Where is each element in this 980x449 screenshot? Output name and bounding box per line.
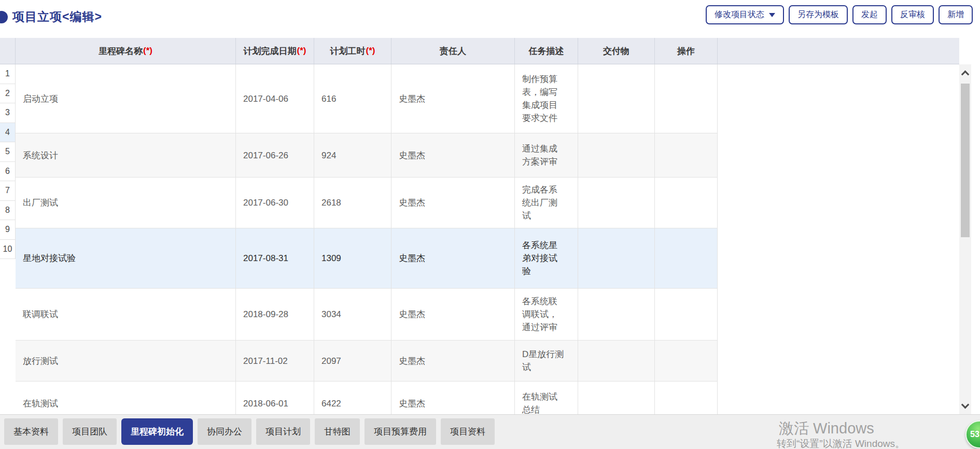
toolbar-button-label: 发起 — [861, 9, 878, 20]
cell-plan_hours[interactable]: 616 — [314, 64, 391, 133]
cell-owner[interactable]: 史墨杰 — [391, 228, 515, 288]
cell-text: 在轨测试总结 — [522, 390, 564, 414]
cell-operation[interactable] — [655, 341, 718, 381]
cell-text: 联调联试 — [23, 308, 58, 321]
row-number[interactable]: 9 — [0, 220, 15, 240]
row-number[interactable]: 1 — [0, 64, 15, 84]
row-number[interactable]: 4 — [0, 123, 15, 143]
cell-task_desc[interactable]: D星放行测试 — [515, 341, 578, 381]
tab-basic-info[interactable]: 基本资料 — [4, 418, 58, 445]
tab-label: 甘特图 — [324, 426, 351, 438]
cell-name[interactable]: 出厂测试 — [16, 178, 236, 228]
cell-plan_finish_date[interactable]: 2017-08-31 — [236, 228, 314, 288]
cell-deliverable[interactable] — [578, 228, 655, 288]
initiate-button[interactable]: 发起 — [852, 5, 887, 24]
tab-milestone-init[interactable]: 里程碑初始化 — [121, 418, 193, 445]
required-mark: (*) — [297, 46, 306, 56]
cell-name[interactable]: 系统设计 — [16, 133, 236, 177]
column-header-label: 里程碑名称 — [99, 45, 143, 57]
cell-plan_finish_date[interactable]: 2017-04-06 — [236, 64, 314, 133]
cell-owner[interactable]: 史墨杰 — [391, 382, 515, 414]
cell-plan_finish_date[interactable]: 2017-06-30 — [236, 178, 314, 228]
cell-text: 2618 — [321, 196, 341, 209]
cell-plan_finish_date[interactable]: 2017-11-02 — [236, 341, 314, 381]
cell-owner[interactable]: 史墨杰 — [391, 178, 515, 228]
row-number[interactable]: 10 — [0, 240, 15, 260]
cell-operation[interactable] — [655, 289, 718, 340]
cell-deliverable[interactable] — [578, 341, 655, 381]
cell-plan_hours[interactable]: 1309 — [314, 228, 391, 288]
cell-task_desc[interactable]: 在轨测试总结 — [515, 382, 578, 414]
cell-plan_hours[interactable]: 2097 — [314, 341, 391, 381]
cell-operation[interactable] — [655, 133, 718, 177]
cell-name[interactable]: 放行测试 — [16, 341, 236, 381]
cell-text: 制作预算表，编写集成项目要求文件 — [522, 73, 564, 125]
table-row[interactable]: 星地对接试验2017-08-311309史墨杰各系统星弟对接试验 — [16, 228, 718, 289]
cell-plan_finish_date[interactable]: 2018-06-01 — [236, 382, 314, 414]
vertical-scrollbar[interactable] — [959, 64, 971, 414]
table-row[interactable]: 放行测试2017-11-022097史墨杰D星放行测试 — [16, 341, 718, 382]
table-row[interactable]: 在轨测试2018-06-016422史墨杰在轨测试总结 — [16, 382, 718, 414]
cell-deliverable[interactable] — [578, 178, 655, 228]
tab-project-budget[interactable]: 项目预算费用 — [365, 418, 436, 445]
reverse-audit-button[interactable]: 反审核 — [891, 5, 934, 24]
cell-plan_hours[interactable]: 2618 — [314, 178, 391, 228]
tab-project-plan[interactable]: 项目计划 — [256, 418, 310, 445]
cell-owner[interactable]: 史墨杰 — [391, 289, 515, 340]
table-row[interactable]: 系统设计2017-06-26924史墨杰通过集成方案评审 — [16, 133, 718, 178]
table-row[interactable]: 启动立项2017-04-06616史墨杰制作预算表，编写集成项目要求文件 — [16, 64, 718, 133]
tab-project-team[interactable]: 项目团队 — [63, 418, 117, 445]
row-number[interactable]: 6 — [0, 162, 15, 182]
row-number[interactable]: 2 — [0, 84, 15, 104]
cell-plan_finish_date[interactable]: 2017-06-26 — [236, 133, 314, 177]
cell-plan_finish_date[interactable]: 2018-09-28 — [236, 289, 314, 340]
cell-task_desc[interactable]: 通过集成方案评审 — [515, 133, 578, 177]
cell-plan_hours[interactable]: 924 — [314, 133, 391, 177]
cell-name[interactable]: 星地对接试验 — [16, 228, 236, 288]
cell-deliverable[interactable] — [578, 382, 655, 414]
row-number[interactable]: 8 — [0, 201, 15, 221]
tab-collaboration[interactable]: 协同办公 — [198, 418, 251, 445]
cell-operation[interactable] — [655, 382, 718, 414]
modify-project-status-button[interactable]: 修改项目状态 — [706, 5, 784, 24]
cell-owner[interactable]: 史墨杰 — [391, 341, 515, 381]
cell-owner[interactable]: 史墨杰 — [391, 133, 515, 177]
cell-task_desc[interactable]: 完成各系统出厂测试 — [515, 178, 578, 228]
cell-operation[interactable] — [655, 64, 718, 133]
table-row[interactable]: 出厂测试2017-06-302618史墨杰完成各系统出厂测试 — [16, 178, 718, 228]
chevron-down-icon — [961, 400, 970, 409]
cell-operation[interactable] — [655, 178, 718, 228]
cell-text: 史墨杰 — [399, 397, 425, 410]
badge-value: 53 — [970, 430, 979, 439]
cell-task_desc[interactable]: 制作预算表，编写集成项目要求文件 — [515, 64, 578, 133]
row-number[interactable]: 3 — [0, 103, 15, 123]
cell-plan_hours[interactable]: 3034 — [314, 289, 391, 340]
cell-name[interactable]: 联调联试 — [16, 289, 236, 340]
cell-name[interactable]: 启动立项 — [16, 64, 236, 133]
tab-gantt-chart[interactable]: 甘特图 — [315, 418, 360, 445]
cell-owner[interactable]: 史墨杰 — [391, 64, 515, 133]
scroll-down-icon[interactable] — [959, 398, 971, 414]
cell-plan_hours[interactable]: 6422 — [314, 382, 391, 414]
add-new-button[interactable]: 新增 — [939, 5, 973, 24]
cell-text: D星放行测试 — [522, 348, 564, 374]
column-header-filler — [718, 38, 959, 64]
cell-task_desc[interactable]: 各系统联调联试，通过评审 — [515, 289, 578, 340]
cell-task_desc[interactable]: 各系统星弟对接试验 — [515, 228, 578, 288]
column-header-label: 计划工时 — [330, 45, 366, 57]
table-row[interactable]: 联调联试2018-09-283034史墨杰各系统联调联试，通过评审 — [16, 289, 718, 341]
cell-deliverable[interactable] — [578, 133, 655, 177]
column-header-name: 里程碑名称(*) — [16, 38, 236, 64]
row-number[interactable]: 7 — [0, 181, 15, 201]
cell-operation[interactable] — [655, 228, 718, 288]
scroll-up-icon[interactable] — [959, 64, 971, 81]
scrollbar-thumb[interactable] — [961, 84, 970, 237]
cell-text: 史墨杰 — [399, 308, 425, 321]
cell-text: 3034 — [321, 308, 341, 321]
row-number[interactable]: 5 — [0, 142, 15, 162]
cell-name[interactable]: 在轨测试 — [16, 382, 236, 414]
cell-deliverable[interactable] — [578, 64, 655, 133]
save-as-template-button[interactable]: 另存为模板 — [789, 5, 848, 24]
cell-deliverable[interactable] — [578, 289, 655, 340]
tab-project-docs[interactable]: 项目资料 — [441, 418, 495, 445]
